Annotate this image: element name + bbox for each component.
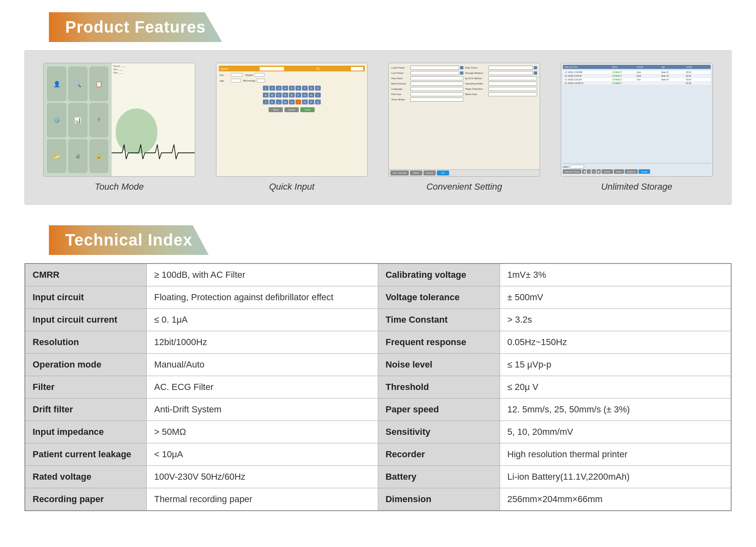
screenshot-touch-mode: 👤 🔍 📋 ⚙️ 📊 ? 📂 🖨 🔒 Name: ___ Sex: ___: [43, 63, 195, 192]
param-name-left: Operation mode: [25, 354, 147, 376]
table-row: CMRR≥ 100dB, with AC FilterCalibrating v…: [25, 264, 731, 286]
param-name-right: Frequent response: [378, 331, 500, 354]
param-value-right: 12. 5mm/s, 25, 50mm/s (± 3%): [500, 399, 731, 421]
table-row: Rated voltage100V-230V 50Hz/60HzBatteryL…: [25, 466, 731, 488]
param-name-right: Voltage tolerance: [378, 286, 500, 309]
touch-mode-label: Touch Mode: [95, 182, 143, 192]
param-value-right: High resolution thermal printer: [500, 443, 731, 466]
param-value-left: Thermal recording paper: [147, 488, 378, 511]
product-features-banner: Product Features: [49, 12, 222, 42]
touch-mode-frame: 👤 🔍 📋 ⚙️ 📊 ? 📂 🖨 🔒 Name: ___ Sex: ___: [43, 63, 195, 177]
screenshot-quick-input: Name: ID: Sex: Weight: Age: BP(mmHg):: [216, 63, 368, 192]
technical-index-section: Technical Index CMRR≥ 100dB, with AC Fil…: [0, 217, 756, 527]
technical-header: Technical Index: [24, 225, 732, 255]
table-row: Recording paperThermal recording paperDi…: [25, 488, 731, 511]
param-name-right: Sensitivity: [378, 421, 500, 443]
quick-input-sim: Name: ID: Sex: Weight: Age: BP(mmHg):: [216, 63, 367, 176]
table-row: FilterAC. ECG FilterThreshold≤ 20μ V: [25, 376, 731, 399]
param-value-right: Li-ion Battery(11.1V,2200mAh): [500, 466, 731, 488]
param-name-left: Input impedance: [25, 421, 147, 443]
table-row: Input circuit current≤ 0. 1μATime Consta…: [25, 309, 731, 331]
param-value-left: ≤ 0. 1μA: [147, 309, 378, 331]
quick-input-label: Quick Input: [269, 182, 314, 192]
table-row: Input circuitFloating, Protection agains…: [25, 286, 731, 309]
technical-index-title: Technical Index: [65, 231, 192, 249]
convenient-setting-label: Convenient Setting: [426, 182, 502, 192]
param-name-right: Battery: [378, 466, 500, 488]
param-name-right: Paper speed: [378, 399, 500, 421]
convenient-setting-frame: Lead Preset: Low Power: Auto Save:: [388, 63, 540, 177]
param-value-right: ± 500mV: [500, 286, 731, 309]
quick-input-frame: Name: ID: Sex: Weight: Age: BP(mmHg):: [216, 63, 368, 177]
param-value-left: 100V-230V 50Hz/60Hz: [147, 466, 378, 488]
param-name-left: Resolution: [25, 331, 147, 354]
screenshots-container: 👤 🔍 📋 ⚙️ 📊 ? 📂 🖨 🔒 Name: ___ Sex: ___: [24, 50, 732, 205]
param-name-right: Recorder: [378, 443, 500, 466]
param-value-left: > 50MΩ: [147, 421, 378, 443]
param-name-right: Time Constant: [378, 309, 500, 331]
param-name-right: Dimension: [378, 488, 500, 511]
param-name-left: Patient current leakage: [25, 443, 147, 466]
param-value-left: Anti-Drift System: [147, 399, 378, 421]
param-name-right: Noise level: [378, 354, 500, 376]
param-name-left: CMRR: [25, 264, 147, 286]
unlimited-storage-label: Unlimited Storage: [601, 182, 672, 192]
param-name-left: Rated voltage: [25, 466, 147, 488]
param-value-right: 5, 10, 20mm/mV: [500, 421, 731, 443]
param-name-left: Filter: [25, 376, 147, 399]
screenshot-unlimited-storage: Date and Time Name Gender Age Length 2C:…: [561, 63, 712, 192]
param-value-right: ≤ 20μ V: [500, 376, 731, 399]
param-value-left: ≥ 100dB, with AC Filter: [147, 264, 378, 286]
param-name-right: Threshold: [378, 376, 500, 399]
param-value-left: Floating, Protection against defibrillat…: [147, 286, 378, 309]
param-name-left: Drift filter: [25, 399, 147, 421]
param-name-right: Calibrating voltage: [378, 264, 500, 286]
table-row: Resolution12bit/1000HzFrequent response0…: [25, 331, 731, 354]
technical-table: CMRR≥ 100dB, with AC FilterCalibrating v…: [24, 263, 732, 511]
param-value-right: ≤ 15 μVp-p: [500, 354, 731, 376]
table-row: Operation modeManual/AutoNoise level≤ 15…: [25, 354, 731, 376]
unlimited-storage-frame: Date and Time Name Gender Age Length 2C:…: [561, 63, 712, 177]
param-value-left: Manual/Auto: [147, 354, 378, 376]
param-value-right: > 3.2s: [500, 309, 731, 331]
technical-index-banner: Technical Index: [49, 225, 209, 255]
product-features-header: Product Features: [24, 12, 732, 42]
table-row: Drift filterAnti-Drift SystemPaper speed…: [25, 399, 731, 421]
param-value-left: < 10μA: [147, 443, 378, 466]
product-features-title: Product Features: [65, 18, 206, 36]
param-value-left: 12bit/1000Hz: [147, 331, 378, 354]
param-value-right: 1mV± 3%: [500, 264, 731, 286]
table-row: Input impedance> 50MΩSensitivity5, 10, 2…: [25, 421, 731, 443]
param-value-right: 0.05Hz~150Hz: [500, 331, 731, 354]
product-features-section: Product Features 👤 🔍 📋 ⚙️ 📊 ? 📂: [0, 0, 756, 217]
param-name-left: Input circuit current: [25, 309, 147, 331]
param-value-right: 256mm×204mm×66mm: [500, 488, 731, 511]
table-row: Patient current leakage< 10μARecorderHig…: [25, 443, 731, 466]
param-name-left: Input circuit: [25, 286, 147, 309]
param-name-left: Recording paper: [25, 488, 147, 511]
param-value-left: AC. ECG Filter: [147, 376, 378, 399]
screenshot-convenient-setting: Lead Preset: Low Power: Auto Save:: [388, 63, 540, 192]
